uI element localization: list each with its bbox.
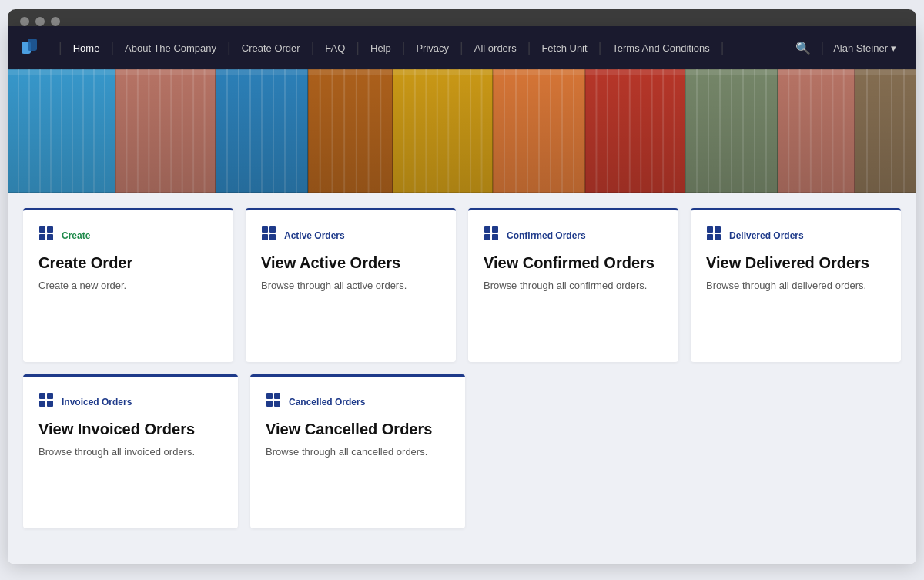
nav-item-help[interactable]: Help (361, 26, 400, 69)
nav-item-create-order[interactable]: Create Order (233, 26, 310, 69)
card-invoiced-desc: Browse through all invoiced orders. (38, 444, 223, 460)
nav-divider-7: | (527, 40, 531, 56)
card-delivered-desc: Browse through all delivered orders. (706, 278, 886, 293)
nav-item-home[interactable]: Home (64, 26, 109, 69)
svg-rect-24 (266, 401, 273, 407)
nav-divider-0: | (59, 40, 62, 56)
svg-rect-15 (715, 226, 721, 233)
card-create-category: Create (62, 230, 90, 241)
svg-rect-22 (266, 393, 273, 399)
nav-item-privacy[interactable]: Privacy (407, 26, 458, 69)
browser-dot-green (51, 17, 60, 26)
user-name: Alan Steiner (833, 42, 888, 54)
card-active-title: View Active Orders (261, 254, 440, 272)
grid-icon-confirmed (484, 226, 499, 245)
nav-item-faq[interactable]: FAQ (316, 26, 354, 69)
svg-rect-7 (270, 226, 276, 233)
card-create-title: Create Order (38, 254, 218, 272)
card-cancelled-header: Cancelled Orders (266, 392, 450, 411)
nav-divider-5: | (402, 40, 406, 56)
card-delivered-title: View Delivered Orders (706, 254, 886, 272)
browser-chrome (8, 9, 916, 26)
card-invoiced[interactable]: Invoiced Orders View Invoiced Orders Bro… (23, 374, 238, 528)
card-invoiced-title: View Invoiced Orders (38, 421, 223, 438)
nav-item-about[interactable]: About The Company (116, 26, 226, 69)
nav-divider-10: | (820, 40, 824, 56)
grid-icon-create (38, 226, 54, 245)
empty-space (477, 374, 901, 528)
svg-rect-10 (484, 226, 490, 233)
user-menu[interactable]: Alan Steiner ▾ (825, 42, 904, 54)
nav-item-terms[interactable]: Terms And Conditions (603, 26, 718, 69)
svg-rect-4 (39, 234, 45, 240)
nav-divider-2: | (227, 40, 231, 56)
grid-icon-invoiced (38, 392, 54, 411)
card-confirmed-desc: Browse through all confirmed orders. (484, 278, 663, 293)
svg-rect-13 (492, 234, 498, 240)
card-delivered-category: Delivered Orders (729, 230, 804, 241)
browser-window: | Home | About The Company | Create Orde… (8, 26, 916, 564)
svg-rect-5 (47, 234, 53, 240)
card-create-header: Create (38, 226, 218, 245)
card-invoiced-header: Invoiced Orders (38, 392, 223, 411)
card-invoiced-category: Invoiced Orders (62, 397, 132, 407)
card-delivered-header: Delivered Orders (706, 226, 886, 245)
hero-canvas (8, 69, 916, 193)
svg-rect-17 (715, 234, 721, 240)
grid-icon-active (261, 226, 276, 245)
logo[interactable] (20, 35, 45, 60)
svg-rect-12 (484, 234, 490, 240)
grid-icon-delivered (706, 226, 721, 245)
card-active[interactable]: Active Orders View Active Orders Browse … (246, 208, 456, 362)
svg-rect-20 (39, 401, 45, 407)
search-icon[interactable]: 🔍 (788, 41, 819, 55)
cards-row-1: Create Create Order Create a new order. … (23, 208, 901, 362)
card-cancelled-category: Cancelled Orders (289, 397, 365, 407)
svg-rect-19 (47, 393, 53, 399)
svg-rect-11 (492, 226, 498, 233)
browser-dot-red (20, 17, 29, 26)
svg-rect-9 (270, 234, 276, 240)
svg-rect-18 (39, 393, 45, 399)
card-confirmed[interactable]: Confirmed Orders View Confirmed Orders B… (468, 208, 678, 362)
card-confirmed-title: View Confirmed Orders (484, 254, 663, 272)
svg-rect-14 (707, 226, 713, 233)
svg-rect-2 (39, 226, 45, 233)
card-cancelled-title: View Cancelled Orders (266, 421, 450, 438)
card-active-header: Active Orders (261, 226, 440, 245)
card-cancelled-desc: Browse through all cancelled orders. (266, 444, 450, 460)
svg-rect-23 (274, 393, 280, 399)
grid-icon-cancelled (266, 392, 281, 411)
nav-divider-8: | (598, 40, 602, 56)
card-create-desc: Create a new order. (38, 278, 218, 293)
card-create[interactable]: Create Create Order Create a new order. (23, 208, 233, 362)
nav-divider-4: | (356, 40, 360, 56)
card-active-category: Active Orders (284, 230, 345, 241)
nav-divider-1: | (110, 40, 114, 56)
cards-row-2: Invoiced Orders View Invoiced Orders Bro… (23, 374, 901, 528)
navbar: | Home | About The Company | Create Orde… (8, 26, 916, 69)
card-confirmed-header: Confirmed Orders (484, 226, 663, 245)
nav-divider-6: | (460, 40, 464, 56)
content-area: Create Create Order Create a new order. … (8, 193, 916, 564)
card-delivered[interactable]: Delivered Orders View Delivered Orders B… (691, 208, 901, 362)
card-active-desc: Browse through all active orders. (261, 278, 440, 293)
svg-rect-21 (47, 401, 53, 407)
svg-rect-8 (262, 234, 268, 240)
card-cancelled[interactable]: Cancelled Orders View Cancelled Orders B… (250, 374, 465, 528)
svg-rect-3 (47, 226, 53, 233)
nav-item-all-orders[interactable]: All orders (465, 26, 526, 69)
hero-banner (8, 69, 916, 193)
svg-rect-16 (707, 234, 713, 240)
card-confirmed-category: Confirmed Orders (507, 230, 586, 241)
svg-rect-1 (28, 39, 37, 51)
svg-rect-25 (274, 401, 280, 407)
nav-item-fetch-unit[interactable]: Fetch Unit (532, 26, 596, 69)
browser-dot-yellow (35, 17, 45, 26)
nav-divider-9: | (721, 40, 725, 56)
nav-divider-3: | (311, 40, 315, 56)
user-dropdown-icon: ▾ (891, 42, 896, 54)
svg-rect-6 (262, 226, 268, 233)
